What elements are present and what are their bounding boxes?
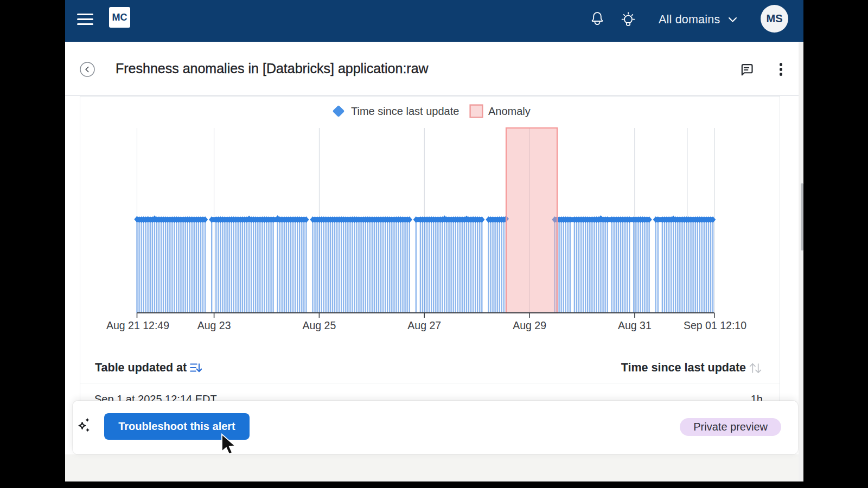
svg-text:Aug 27: Aug 27 bbox=[407, 319, 441, 331]
svg-text:Aug 29: Aug 29 bbox=[513, 319, 546, 331]
svg-text:Aug 23: Aug 23 bbox=[197, 319, 231, 331]
svg-text:Sep 01 12:10: Sep 01 12:10 bbox=[684, 319, 746, 331]
svg-text:Aug 31: Aug 31 bbox=[618, 319, 652, 331]
svg-text:Aug 21 12:49: Aug 21 12:49 bbox=[106, 319, 169, 331]
svg-text:Aug 25: Aug 25 bbox=[302, 319, 336, 331]
